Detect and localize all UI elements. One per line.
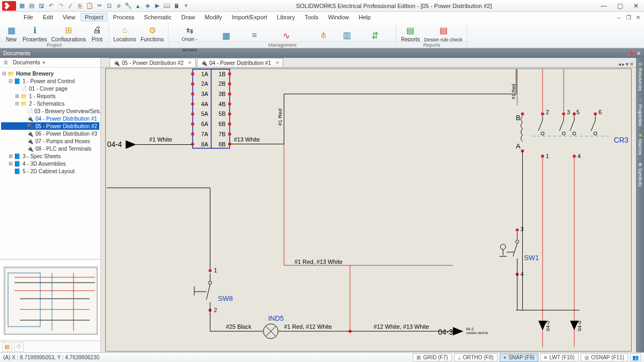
qat-paste-icon[interactable]: 📋 [86, 2, 93, 10]
ribbon-wirecabling[interactable]: ∿Wire cabling order [265, 23, 308, 54]
qat-redo-icon[interactable]: ↷ [57, 2, 64, 10]
mdi-min-icon[interactable]: – [615, 13, 623, 21]
qat-measure-icon[interactable]: ⌀ [115, 2, 122, 10]
caption-dropdown-icon[interactable]: ▾ [42, 60, 45, 65]
tree-n1c6[interactable]: 🔌08 - PLC and Terminals [1, 145, 99, 152]
status-osnap[interactable]: ◎OSNAP (F11) [581, 353, 628, 361]
ribbon-properties[interactable]: ℹProperties [20, 23, 49, 43]
drawing-canvas[interactable]: 1A1B 2A2B 3A3B 4A4B 5A5B 6A6B 7A7B 8A8B [101, 68, 636, 352]
status-grid[interactable]: ⊞GRID (F7) [413, 353, 451, 361]
menu-edit[interactable]: Edit [39, 13, 57, 21]
tree-n1c[interactable]: ⊟📁2 - Schematics [1, 100, 99, 107]
qat-copy-icon[interactable]: ⎘ [76, 2, 84, 10]
tree-n1c1[interactable]: 📄03 - Brewery Overview/Setup [1, 107, 99, 115]
tree[interactable]: ⊟📁Home Brewery ⊟📘1 - Power and Control 📄… [0, 68, 100, 259]
side-properties[interactable]: ℹ Properties [636, 94, 644, 130]
ribbon-terminal[interactable]: ▦Terminal strips [208, 23, 244, 54]
qat-calc-icon[interactable]: 🖩 [173, 2, 180, 10]
tree-n1[interactable]: ⊟📘1 - Power and Control [1, 77, 99, 85]
ribbon-drc[interactable]: ▤Design rule check [422, 23, 465, 43]
qat-cut-icon[interactable]: ✂ [96, 2, 103, 10]
menu-library[interactable]: Library [273, 13, 299, 21]
tab-nav-left-icon[interactable]: ◂ [618, 61, 621, 67]
svg-text:1A: 1A [201, 71, 209, 77]
tree-n1c2[interactable]: 🔌04 - Power Distribution #1 [1, 115, 99, 122]
side-resources[interactable]: ▣ Resources [636, 58, 644, 94]
ribbon-new[interactable]: ▦New [2, 23, 20, 43]
status-lwt[interactable]: ≡LWT (F10) [540, 353, 579, 361]
menu-help[interactable]: Help [354, 13, 375, 21]
menu-draw[interactable]: Draw [177, 13, 200, 21]
menu-tools[interactable]: Tools [300, 13, 323, 21]
menu-process[interactable]: Process [109, 13, 139, 21]
minimize-button[interactable]: — [598, 2, 610, 10]
tree-n1a[interactable]: 📄01 - Cover page [1, 85, 99, 92]
qat-diamond-icon[interactable]: ◈ [144, 2, 151, 10]
side-symbols[interactable]: ◉ Symbols [636, 158, 644, 190]
qat-addin-icon[interactable]: ∕ [67, 2, 74, 10]
svg-point-40 [191, 122, 194, 125]
close-button[interactable]: ✕ [630, 2, 642, 10]
menu-schematic[interactable]: Schematic [140, 13, 175, 21]
menu-project[interactable]: Project [80, 13, 107, 21]
tab-close-icon[interactable]: ✕ [275, 60, 280, 65]
qat-dropdown-icon[interactable]: ▾ [182, 2, 190, 10]
tree-n1c5[interactable]: 🔌07 - Pumps and Hoses [1, 137, 99, 145]
maximize-button[interactable]: ▢ [614, 2, 626, 10]
pin-icon[interactable]: 📌 [628, 50, 634, 56]
side-macros[interactable]: ★ Macros [636, 129, 644, 158]
tree-root[interactable]: ⊟📁Home Brewery [1, 70, 99, 77]
status-snap[interactable]: ⌖SNAP (F9) [500, 353, 538, 362]
svg-text:14AWG WHITE: 14AWG WHITE [466, 331, 488, 335]
menu-file[interactable]: File [19, 13, 38, 21]
tree-n1b[interactable]: ⊞📁1 - Reports [1, 92, 99, 100]
tree-n1c4[interactable]: 🔌06 - Power Distribution #3 [1, 130, 99, 137]
tab-04[interactable]: 🔌04 - Power Distribution #1✕ [197, 58, 283, 67]
ribbon-harnesses[interactable]: ⋔Harnesses [308, 23, 338, 54]
qat-zoom-icon[interactable]: ⊡ [105, 2, 113, 10]
ribbon-cables[interactable]: ≡Cables [244, 23, 265, 54]
terminal-icon: ▦ [220, 29, 232, 41]
ribbon-plcs[interactable]: ▥PLCs [338, 23, 355, 54]
tree-n4[interactable]: 📘5 - 2D Cabinet Layout [1, 167, 99, 175]
menu-importexport[interactable]: Import/Export [228, 13, 272, 21]
tab-close-icon[interactable]: ✕ [188, 60, 192, 65]
ribbon-locations[interactable]: ⌂Locations [111, 23, 138, 43]
origin-icon: ⇆ [184, 24, 195, 36]
svg-point-37 [228, 102, 231, 106]
qat-book-icon[interactable]: 📖 [163, 2, 171, 10]
menu-view[interactable]: View [58, 13, 80, 21]
tab-nav-close-icon[interactable]: ✕ [630, 61, 634, 67]
tab-nav-menu-icon[interactable]: ▾ [626, 61, 628, 67]
qat-open-icon[interactable]: ▤ [28, 2, 35, 10]
panel-close-icon[interactable]: ✕ [636, 50, 641, 56]
status-user[interactable]: 👥 [630, 353, 641, 361]
ribbon-reports[interactable]: ▤Reports [399, 23, 422, 43]
qat-save-icon[interactable]: 🖫 [38, 2, 45, 10]
tab-05[interactable]: 🔌05 - Power Distribution #2✕ [109, 58, 196, 67]
tree-n1c3[interactable]: 🔌05 - Power Distribution #2 [1, 122, 99, 130]
svg-text:4B: 4B [218, 101, 225, 107]
ribbon-io[interactable]: ⇵Inputs / Outputs [356, 23, 394, 54]
tab-nav-right-icon[interactable]: ▸ [622, 61, 625, 67]
status-ortho[interactable]: ⟂ORTHO (F8) [454, 353, 497, 361]
tool-a-icon[interactable]: ▦ [2, 342, 12, 352]
ribbon-print[interactable]: 🖨Print [88, 23, 106, 43]
svg-rect-0 [5, 268, 97, 334]
qat-new-icon[interactable]: ▦ [18, 2, 26, 10]
ribbon-functions[interactable]: ⚙Functions [138, 23, 166, 43]
tree-n3[interactable]: ⊞📘4 - 3D Assemblies [1, 160, 99, 167]
menu-modify[interactable]: Modify [200, 13, 226, 21]
sidebar: 🗎 Documents ▾ ⊟📁Home Brewery ⊟📘1 - Power… [0, 58, 101, 352]
qat-up-icon[interactable]: ▲ [134, 2, 142, 10]
ribbon-configurations[interactable]: ⊞Configurations [49, 23, 88, 43]
tool-b-icon[interactable]: ♲ [14, 342, 24, 352]
qat-undo-icon[interactable]: ↶ [47, 2, 55, 10]
mdi-restore-icon[interactable]: ❐ [625, 13, 632, 21]
menu-window[interactable]: Window [324, 13, 353, 21]
qat-wrench-icon[interactable]: 🔧 [125, 2, 132, 10]
tree-n2[interactable]: ⊞📘3 - Spec Sheets [1, 152, 99, 160]
mdi-close-icon[interactable]: ✕ [634, 13, 642, 21]
qat-right-icon[interactable]: ▶ [153, 2, 161, 10]
ribbon-origin[interactable]: ⇆Origin - destination arrows [171, 23, 208, 54]
